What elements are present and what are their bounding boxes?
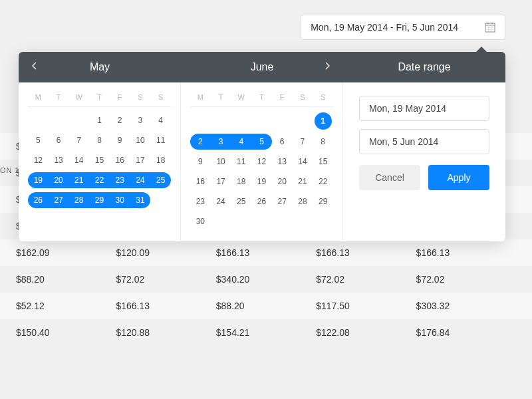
apply-button[interactable]: Apply <box>428 165 489 190</box>
day-cell[interactable]: 26 <box>251 194 272 209</box>
dow-label: S <box>150 93 171 101</box>
day-cell[interactable]: 26 <box>28 192 49 208</box>
day-cell[interactable]: 28 <box>68 192 89 208</box>
day-cell[interactable]: 8 <box>313 134 333 150</box>
day-cell[interactable]: 3 <box>211 134 231 150</box>
dow-row: MTWTFSS <box>190 89 333 107</box>
table-cell: $154.21 <box>216 327 316 338</box>
day-cell[interactable]: 2 <box>110 112 130 128</box>
table-cell: $166.13 <box>416 247 516 258</box>
cancel-button[interactable]: Cancel <box>359 165 420 190</box>
month-label-may: May <box>90 61 110 73</box>
day-cell[interactable]: 29 <box>89 192 110 208</box>
day-cell[interactable]: 9 <box>110 132 130 148</box>
day-cell[interactable]: 20 <box>272 174 293 190</box>
day-cell[interactable]: 12 <box>28 152 49 168</box>
day-cell[interactable]: 14 <box>68 152 89 168</box>
range-header-label: Date range <box>398 61 450 72</box>
table-cell: $122.08 <box>316 327 416 338</box>
day-cell[interactable]: 23 <box>110 172 130 188</box>
dow-label: T <box>89 93 110 101</box>
day-cell[interactable]: 27 <box>272 194 293 209</box>
month-header-may: May <box>19 52 181 82</box>
day-cell[interactable]: 1 <box>315 112 332 130</box>
day-cell[interactable]: 8 <box>89 132 110 148</box>
day-cell[interactable]: 30 <box>190 213 211 229</box>
day-cell[interactable]: 17 <box>130 152 151 168</box>
day-cell[interactable]: 4 <box>150 112 171 128</box>
day-cell[interactable]: 14 <box>293 154 313 170</box>
day-cell[interactable]: 15 <box>313 154 333 170</box>
day-cell[interactable]: 30 <box>110 192 130 208</box>
day-cell[interactable]: 22 <box>89 172 110 188</box>
day-cell[interactable]: 3 <box>130 112 151 128</box>
day-cell[interactable]: 7 <box>293 134 313 150</box>
day-cell[interactable]: 12 <box>251 154 272 170</box>
day-cell[interactable]: 16 <box>110 152 130 168</box>
table-cell: $166.13 <box>116 301 215 311</box>
day-cell[interactable]: 13 <box>272 154 293 170</box>
day-cell[interactable]: 21 <box>293 174 313 190</box>
date-range-input[interactable]: Mon, 19 May 2014 - Fri, 5 Jun 2014 <box>301 15 505 40</box>
day-cell[interactable]: 4 <box>231 134 251 150</box>
dow-label: S <box>313 93 333 101</box>
dow-label: T <box>251 93 272 101</box>
date-picker-popover: May June Date range MTWTFSS 123456789101… <box>19 52 505 241</box>
day-cell[interactable]: 6 <box>49 132 69 148</box>
table-cell: $303.32 <box>416 301 516 311</box>
table-cell: $120.88 <box>116 327 215 338</box>
dow-label: W <box>231 93 251 101</box>
day-cell[interactable]: 24 <box>211 194 231 209</box>
day-cell[interactable]: 24 <box>130 172 151 188</box>
day-cell[interactable]: 2 <box>190 134 211 150</box>
chevron-left-icon[interactable] <box>31 61 37 73</box>
range-to-input[interactable]: Mon, 5 Jun 2014 <box>359 129 489 154</box>
day-cell[interactable]: 11 <box>231 154 251 170</box>
day-cell[interactable]: 21 <box>68 172 89 188</box>
day-cell[interactable]: 16 <box>190 174 211 190</box>
table-row: $52.12$166.13$88.20$117.50$303.32 <box>0 293 532 319</box>
day-cell[interactable]: 19 <box>28 172 49 188</box>
calendar-icon <box>485 22 495 33</box>
day-cell[interactable]: 23 <box>190 194 211 209</box>
chevron-right-icon[interactable] <box>325 61 331 73</box>
table-cell: $166.13 <box>316 247 416 258</box>
day-cell[interactable]: 20 <box>49 172 69 188</box>
range-from-input[interactable]: Mon, 19 May 2014 <box>359 96 489 121</box>
table-cell: $88.20 <box>216 301 316 311</box>
day-cell[interactable]: 6 <box>272 134 293 150</box>
day-cell[interactable]: 25 <box>150 172 171 188</box>
day-cell[interactable]: 22 <box>313 174 333 190</box>
day-cell[interactable]: 10 <box>211 154 231 170</box>
day-cell[interactable]: 7 <box>68 132 89 148</box>
day-cell[interactable]: 18 <box>150 152 171 168</box>
day-cell[interactable]: 11 <box>150 132 171 148</box>
day-cell[interactable]: 29 <box>313 194 333 209</box>
day-cell[interactable]: 19 <box>251 174 272 190</box>
day-cell[interactable]: 17 <box>211 174 231 190</box>
dow-label: T <box>49 93 69 101</box>
table-row: $162.09$120.09$166.13$166.13$166.13 <box>0 239 532 266</box>
table-cell: $150.40 <box>16 327 116 338</box>
dow-label: S <box>130 93 151 101</box>
day-cell[interactable]: 27 <box>49 192 69 208</box>
month-header-june: June <box>181 52 343 82</box>
day-cell[interactable]: 15 <box>89 152 110 168</box>
day-cell[interactable]: 5 <box>28 132 49 148</box>
day-cell[interactable]: 25 <box>231 194 251 209</box>
day-cell[interactable]: 31 <box>130 192 151 208</box>
day-cell[interactable]: 13 <box>49 152 69 168</box>
day-cell[interactable]: 9 <box>190 154 211 170</box>
day-cell[interactable]: 10 <box>130 132 151 148</box>
range-header: Date range <box>343 52 505 82</box>
table-row: $150.40$120.88$154.21$122.08$176.84 <box>0 319 532 346</box>
day-cell[interactable]: 1 <box>89 112 110 128</box>
day-cell[interactable]: 18 <box>231 174 251 190</box>
day-cell[interactable]: 5 <box>251 134 272 150</box>
table-cell: $72.02 <box>116 274 215 285</box>
dow-row: MTWTFSS <box>28 89 171 107</box>
calendar-june: MTWTFSS 12345678910111213141516171819202… <box>181 82 343 241</box>
table-cell: $176.84 <box>416 327 516 338</box>
day-cell[interactable]: 28 <box>293 194 313 209</box>
dow-label: F <box>110 93 130 101</box>
